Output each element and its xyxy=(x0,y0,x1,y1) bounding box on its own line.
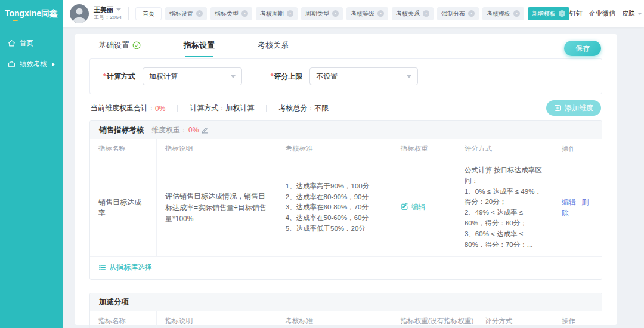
close-icon[interactable]: × xyxy=(242,10,248,17)
user-menu[interactable]: 王美丽 工号：2064 xyxy=(94,6,122,21)
indicator-description-cell: 评估销售目标达成情况，销售目标达成率=实际销售量÷目标销售量*100% xyxy=(157,159,277,257)
workspace-tab-cycle-type[interactable]: 周期类型 × xyxy=(301,7,343,20)
tab-assessment-relation[interactable]: 考核关系 xyxy=(258,40,289,57)
calc-settings-form: *计算方式 加权计算 *评分上限 不设置 xyxy=(89,58,602,94)
calc-method-select[interactable]: 加权计算 xyxy=(143,67,242,85)
workspace-tab-forced-distribution[interactable]: 强制分布 × xyxy=(437,7,479,20)
table-header-row: 指标名称 指标说明 考核标准 指标权重 评分方式 操作 xyxy=(90,139,602,159)
col-scoring-method: 评分方式 xyxy=(476,311,553,328)
template-editor-card: 基础设置 指标设置 考核关系 保存 *计算方式 加权计算 *评分上限 不设置 当… xyxy=(75,34,617,325)
scoring-line: 2、49% < 达成率 ≤ 60%，得分：60分； xyxy=(465,208,544,229)
bonus-penalty-table: 指标名称 指标说明 考核标准 指标权重(没有指标权重) 评分方式 操作 xyxy=(90,311,602,328)
standard-line: 4、达成率在50-60%，60分 xyxy=(286,213,383,224)
chevron-down-icon xyxy=(637,13,642,15)
score-limit-value: 不设置 xyxy=(316,72,338,82)
tab-indicator-settings[interactable]: 指标设置 xyxy=(184,40,215,57)
weight-edit-label: 编辑 xyxy=(411,202,426,213)
required-asterisk: * xyxy=(103,72,106,81)
dingtalk-link[interactable]: 钉钉 xyxy=(569,9,583,18)
brand-logo: Tongxine同鑫 xyxy=(0,0,63,27)
workspace-tab-label: 指标设置 xyxy=(169,10,193,18)
workspace-tab-assessment-template[interactable]: 考核模板 × xyxy=(482,7,524,20)
divider xyxy=(128,7,129,20)
avatar-photo xyxy=(70,4,89,23)
edit-pencil-icon[interactable] xyxy=(201,126,209,134)
workspace-tab-new-template[interactable]: 新增模板 × xyxy=(528,7,569,20)
chevron-right-icon xyxy=(52,63,55,66)
save-button[interactable]: 保存 xyxy=(564,41,601,56)
workspace-tab-label: 考核模板 xyxy=(487,10,510,18)
sidebar-item-home[interactable]: 首页 xyxy=(0,33,63,54)
close-icon[interactable]: × xyxy=(377,10,384,17)
divider xyxy=(266,105,267,112)
score-limit-select[interactable]: 不设置 xyxy=(309,67,418,85)
workspace-tab-label: 考核关系 xyxy=(396,10,420,18)
check-circle-icon xyxy=(132,41,141,49)
col-indicator-weight: 指标权重(没有指标权重) xyxy=(392,311,476,328)
weight-edit-link[interactable]: 编辑 xyxy=(401,202,426,213)
edit-pencil-icon xyxy=(401,203,408,211)
close-icon[interactable]: × xyxy=(287,10,293,17)
workspace-tab-label: 考核等级 xyxy=(351,10,374,18)
score-limit-label: *评分上限 xyxy=(271,72,303,82)
indicator-weight-cell: 编辑 xyxy=(392,159,456,257)
add-dimension-button[interactable]: 添加维度 xyxy=(546,100,601,116)
workspace-tab-label: 新增模板 xyxy=(532,10,556,18)
total-score-summary: 考核总分：不限 xyxy=(278,103,329,113)
sales-indicator-table: 指标名称 指标说明 考核标准 指标权重 评分方式 操作 销售目标达成率 评估销售… xyxy=(90,139,602,257)
calc-method-group: *计算方式 加权计算 xyxy=(103,67,242,85)
calc-method-summary: 计算方式：加权计算 xyxy=(190,103,254,113)
avatar[interactable] xyxy=(70,4,89,23)
sidebar: Tongxine同鑫 首页 绩效考核 xyxy=(0,0,63,328)
col-indicator-description: 指标说明 xyxy=(157,311,277,328)
add-dimension-label: 添加维度 xyxy=(565,103,593,113)
weight-total-value: 0% xyxy=(155,104,165,113)
topbar: 王美丽 工号：2064 首页 指标设置 × 指标类型 × 考核周期 × 周期类型… xyxy=(63,0,644,27)
workspace-tab-indicator-settings[interactable]: 指标设置 × xyxy=(165,7,207,20)
section-title: 销售指标考核 xyxy=(99,125,144,135)
bonus-penalty-section: 加减分项 指标名称 指标说明 考核标准 指标权重(没有指标权重) 评分方式 操作… xyxy=(89,293,602,328)
tab-basic-settings[interactable]: 基础设置 xyxy=(98,40,141,57)
col-actions: 操作 xyxy=(553,139,602,159)
skin-dropdown[interactable]: 皮肤 xyxy=(622,9,642,18)
col-assessment-standard: 考核标准 xyxy=(277,311,392,328)
close-icon[interactable]: × xyxy=(559,10,565,17)
close-icon[interactable]: × xyxy=(423,10,429,17)
chevron-down-icon xyxy=(116,8,121,11)
workspace-tab-assessment-cycle[interactable]: 考核周期 × xyxy=(256,7,298,20)
workspace-tab-assessment-relation[interactable]: 考核关系 × xyxy=(392,7,434,20)
briefcase-icon xyxy=(8,60,16,68)
assessment-standard-cell: 1、达成率高于90%，100分 2、达成率在80-90%，90分 3、达成率在6… xyxy=(277,159,392,257)
select-from-library-link[interactable]: 从指标库选择 xyxy=(98,262,152,273)
standard-line: 5、达成率低于50%，20分 xyxy=(286,224,383,234)
col-indicator-weight: 指标权重 xyxy=(392,139,456,159)
sidebar-item-label: 绩效考核 xyxy=(20,60,47,69)
wecom-link[interactable]: 企业微信 xyxy=(589,9,615,18)
close-icon[interactable]: × xyxy=(196,10,203,17)
skin-dropdown-label: 皮肤 xyxy=(622,9,635,18)
close-icon[interactable]: × xyxy=(468,10,475,17)
close-icon[interactable]: × xyxy=(332,10,339,17)
workspace-tab-home[interactable]: 首页 xyxy=(135,7,162,20)
sidebar-item-label: 首页 xyxy=(20,39,33,48)
workspace-tab-indicator-type[interactable]: 指标类型 × xyxy=(210,7,252,20)
editor-step-tabs: 基础设置 指标设置 考核关系 xyxy=(89,34,602,57)
plus-square-icon xyxy=(554,104,561,112)
row-edit-link[interactable]: 编辑 xyxy=(562,198,576,206)
standard-line: 2、达成率在80-90%，90分 xyxy=(286,192,383,203)
workspace-tab-assessment-grade[interactable]: 考核等级 × xyxy=(346,7,388,20)
tab-label: 指标设置 xyxy=(184,40,215,51)
actions-cell: 编辑删除 xyxy=(553,159,602,257)
chevron-down-icon xyxy=(231,75,236,78)
standard-line: 1、达成率高于90%，100分 xyxy=(286,181,383,192)
close-icon[interactable]: × xyxy=(513,10,520,17)
library-select-row: 从指标库选择 xyxy=(90,257,602,279)
score-limit-group: *评分上限 不设置 xyxy=(271,67,419,85)
sidebar-item-performance[interactable]: 绩效考核 xyxy=(0,54,63,75)
workspace-tabs: 首页 指标设置 × 指标类型 × 考核周期 × 周期类型 × 考核等级 × 考核… xyxy=(135,7,569,20)
dimension-weight-value: 0% xyxy=(188,126,199,134)
user-name: 王美丽 xyxy=(94,6,113,13)
col-indicator-name: 指标名称 xyxy=(90,311,157,328)
scoring-line: 公式计算 按目标达成率区间： xyxy=(465,165,544,187)
sales-indicator-section: 销售指标考核 维度权重： 0% 指标名称 指标说明 考核标准 指标权重 评分方式… xyxy=(89,120,602,280)
